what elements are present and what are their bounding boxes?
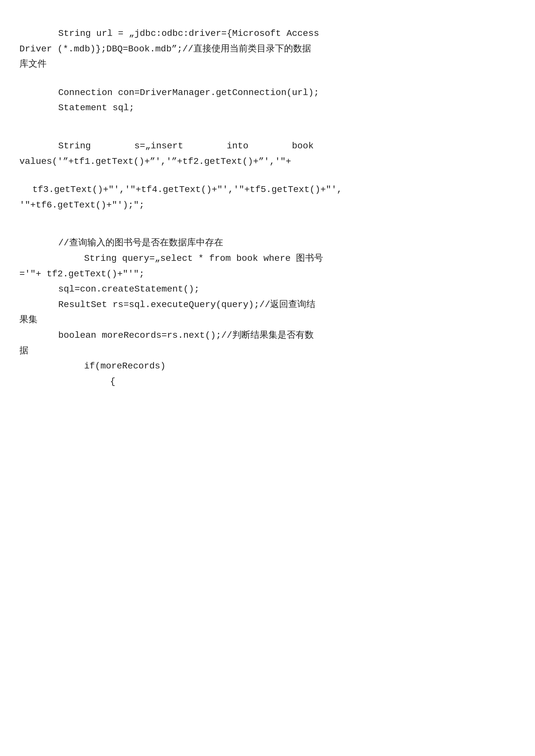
code-line-5: Statement sql;: [19, 100, 516, 116]
code-line-18: if(moreRecords): [19, 359, 516, 374]
code-line-1: String url = „jdbc:odbc:driver={Microsof…: [19, 26, 516, 41]
code-line-14: ResultSet rs=sql.executeQuery(query);//返…: [19, 297, 516, 312]
code-line-16: boolean moreRecords=rs.next();//判断结果集是否有…: [19, 328, 516, 343]
code-line-8: tf3.getText()+"','"+tf4.getText()+"','"+…: [19, 182, 516, 198]
code-line-4: Connection con=DriverManager.getConnecti…: [19, 85, 516, 100]
code-line-19: {: [19, 374, 516, 390]
code-line-11: String query=„select * from book where 图…: [19, 251, 516, 266]
code-line-13: sql=con.createStatement();: [19, 282, 516, 297]
code-line-17: 据: [19, 343, 516, 359]
code-line-10: //查询输入的图书号是否在数据库中存在: [19, 235, 516, 251]
code-line-3: 库文件: [19, 57, 516, 72]
code-container: String url = „jdbc:odbc:driver={Microsof…: [19, 26, 516, 389]
code-line-2: Driver (*.mdb)};DBQ=Book.mdb”;//直接使用当前类目…: [19, 41, 516, 57]
code-line-6: String s=„insert into book: [19, 138, 516, 154]
code-line-15: 果集: [19, 312, 516, 328]
code-line-12: ='"+ tf2.getText()+"'";: [19, 266, 516, 282]
code-line-9: '"+tf6.getText()+"');";: [19, 198, 516, 213]
code-line-7: values('”+tf1.getText()+”','”+tf2.getTex…: [19, 154, 516, 169]
